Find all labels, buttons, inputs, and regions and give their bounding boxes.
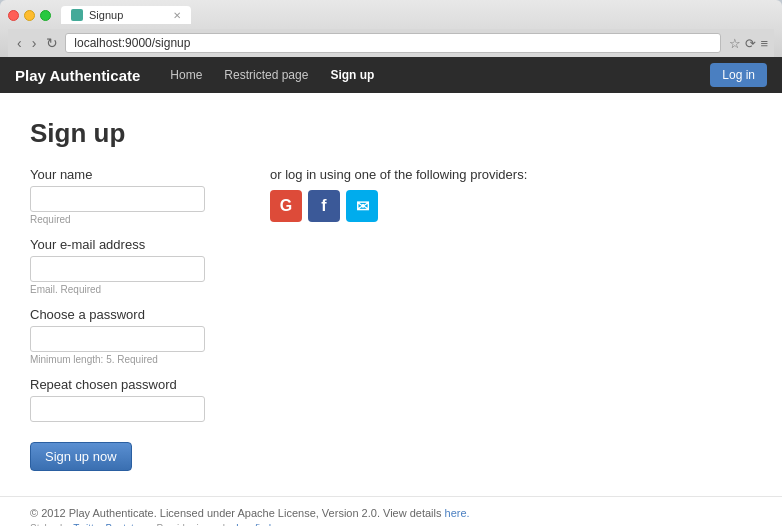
- social-icons: G f ✉: [270, 190, 527, 222]
- forward-button[interactable]: ›: [29, 35, 40, 51]
- name-hint: Required: [30, 214, 230, 225]
- browser-chrome: Signup ✕ ‹ › ↻ localhost:9000/signup ☆ ⟳…: [0, 0, 782, 57]
- navbar-brand[interactable]: Play Authenticate: [15, 67, 140, 84]
- nav-restricted[interactable]: Restricted page: [214, 60, 318, 90]
- name-input[interactable]: [30, 186, 205, 212]
- google-label: G: [280, 197, 292, 215]
- google-icon[interactable]: G: [270, 190, 302, 222]
- password-group: Choose a password Minimum length: 5. Req…: [30, 307, 230, 365]
- password-hint: Minimum length: 5. Required: [30, 354, 230, 365]
- navbar: Play Authenticate Home Restricted page S…: [0, 57, 782, 93]
- navbar-nav: Home Restricted page Sign up: [160, 60, 710, 90]
- browser-titlebar: Signup ✕: [8, 6, 774, 24]
- tab-favicon: [71, 9, 83, 21]
- twitter-label: ✉: [356, 197, 369, 216]
- maximize-dot[interactable]: [40, 10, 51, 21]
- browser-nav: ‹ › ↻ localhost:9000/signup ☆ ⟳ ≡: [8, 29, 774, 57]
- browser-dots: [8, 10, 51, 21]
- twitter-icon[interactable]: ✉: [346, 190, 378, 222]
- facebook-label: f: [321, 197, 326, 215]
- repeat-password-label: Repeat chosen password: [30, 377, 230, 392]
- close-dot[interactable]: [8, 10, 19, 21]
- reload-icon[interactable]: ⟳: [745, 36, 756, 51]
- menu-icon[interactable]: ≡: [760, 36, 768, 51]
- email-hint: Email. Required: [30, 284, 230, 295]
- password-input[interactable]: [30, 326, 205, 352]
- footer-copyright: © 2012 Play Authenticate. Licensed under…: [30, 507, 445, 519]
- tab-close-icon[interactable]: ✕: [173, 10, 181, 21]
- page-title: Sign up: [30, 118, 752, 149]
- url-text: localhost:9000/signup: [74, 36, 190, 50]
- nav-home[interactable]: Home: [160, 60, 212, 90]
- page-content: Sign up Your name Required Your e-mail a…: [0, 93, 782, 496]
- nav-icons: ☆ ⟳ ≡: [729, 36, 768, 51]
- name-group: Your name Required: [30, 167, 230, 225]
- facebook-icon[interactable]: f: [308, 190, 340, 222]
- page-footer: © 2012 Play Authenticate. Licensed under…: [0, 496, 782, 526]
- password-label: Choose a password: [30, 307, 230, 322]
- minimize-dot[interactable]: [24, 10, 35, 21]
- refresh-button[interactable]: ↻: [43, 35, 61, 51]
- footer-here-link[interactable]: here.: [445, 507, 470, 519]
- navbar-right: Log in: [710, 63, 767, 87]
- social-section: or log in using one of the following pro…: [270, 167, 527, 471]
- nav-signup[interactable]: Sign up: [320, 60, 384, 90]
- bookmark-icon[interactable]: ☆: [729, 36, 741, 51]
- footer-line1: © 2012 Play Authenticate. Licensed under…: [30, 507, 752, 519]
- email-group: Your e-mail address Email. Required: [30, 237, 230, 295]
- login-button[interactable]: Log in: [710, 63, 767, 87]
- browser-tab[interactable]: Signup ✕: [61, 6, 191, 24]
- repeat-password-group: Repeat chosen password: [30, 377, 230, 422]
- tab-title: Signup: [89, 9, 123, 21]
- name-label: Your name: [30, 167, 230, 182]
- social-text: or log in using one of the following pro…: [270, 167, 527, 182]
- email-input[interactable]: [30, 256, 205, 282]
- form-section: Your name Required Your e-mail address E…: [30, 167, 230, 471]
- address-bar[interactable]: localhost:9000/signup: [65, 33, 721, 53]
- signup-button[interactable]: Sign up now: [30, 442, 132, 471]
- repeat-password-input[interactable]: [30, 396, 205, 422]
- email-label: Your e-mail address: [30, 237, 230, 252]
- form-layout: Your name Required Your e-mail address E…: [30, 167, 752, 471]
- back-button[interactable]: ‹: [14, 35, 25, 51]
